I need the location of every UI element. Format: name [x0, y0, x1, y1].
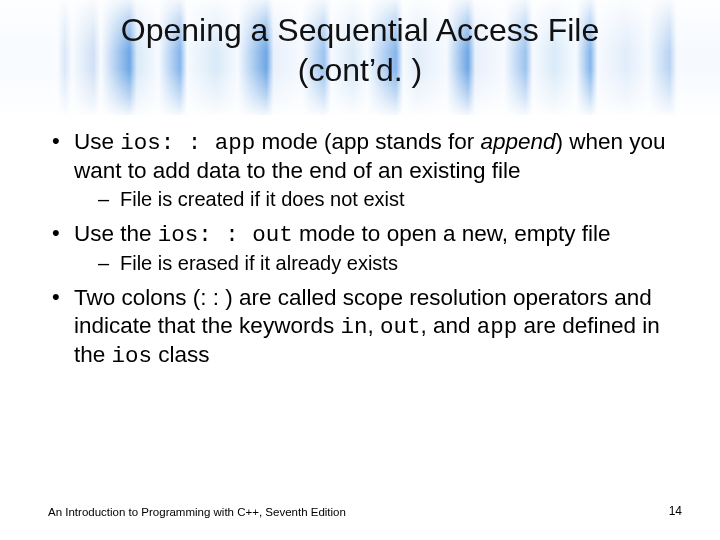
slide-title: Opening a Sequential Access File (cont’d… — [0, 10, 720, 90]
sub-bullet: File is created if it does not exist — [92, 187, 678, 212]
bullet-3: Two colons (: : ) are called scope resol… — [48, 284, 678, 370]
sub-list: File is erased if it already exists — [74, 251, 678, 276]
code: in — [340, 314, 367, 340]
code: app — [477, 314, 518, 340]
slide: Opening a Sequential Access File (cont’d… — [0, 0, 720, 540]
text: class — [152, 342, 210, 367]
title-line-1: Opening a Sequential Access File — [121, 12, 600, 48]
sub-list: File is created if it does not exist — [74, 187, 678, 212]
sub-bullet: File is erased if it already exists — [92, 251, 678, 276]
text: Use — [74, 129, 120, 154]
code: ios — [112, 343, 153, 369]
text: File is erased if it already exists — [120, 252, 398, 274]
bullet-1: Use ios: : app mode (app stands for appe… — [48, 128, 678, 212]
text: , and — [420, 313, 476, 338]
text: Use the — [74, 221, 158, 246]
bullet-list: Use ios: : app mode (app stands for appe… — [48, 128, 678, 371]
code: ios: : app — [120, 130, 255, 156]
title-line-2: (cont’d. ) — [298, 52, 422, 88]
page-number: 14 — [669, 504, 682, 518]
text: mode (app stands for — [255, 129, 480, 154]
slide-body: Use ios: : app mode (app stands for appe… — [48, 128, 678, 375]
code: ios: : out — [158, 222, 293, 248]
text: , — [367, 313, 380, 338]
code: out — [380, 314, 421, 340]
emphasis: append — [480, 129, 555, 154]
bullet-2: Use the ios: : out mode to open a new, e… — [48, 220, 678, 276]
footer-text: An Introduction to Programming with C++,… — [48, 506, 346, 518]
text: mode to open a new, empty file — [293, 221, 611, 246]
text: File is created if it does not exist — [120, 188, 405, 210]
